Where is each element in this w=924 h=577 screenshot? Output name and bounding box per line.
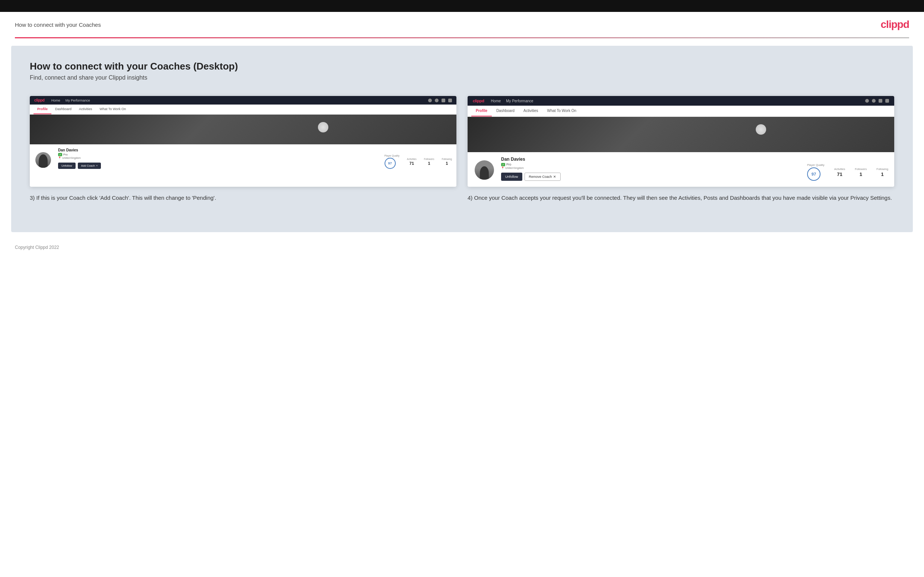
right-search-icon[interactable]: [865, 99, 869, 103]
left-stat-quality: Player Quality 97: [384, 155, 399, 169]
left-mock-profile: Dan Davies ✓ Pro 📍 United Kingdom Unfoll…: [30, 144, 456, 174]
right-mock-logo: clippd: [473, 98, 485, 103]
left-tab-activities[interactable]: Activities: [75, 105, 96, 114]
left-avatar: [34, 151, 52, 169]
header-divider: [15, 37, 909, 38]
right-activities-value: 71: [834, 171, 845, 177]
right-mock-nav-items: Home My Performance: [491, 99, 533, 103]
right-tab-profile[interactable]: Profile: [471, 106, 492, 116]
left-add-coach-button[interactable]: Add Coach +: [78, 163, 101, 169]
right-following-label: Following: [876, 168, 888, 171]
left-mock-tabs: Profile Dashboard Activities What To Wor…: [30, 105, 456, 114]
top-bar: [0, 0, 924, 12]
copyright-text: Copyright Clippd 2022: [15, 245, 59, 250]
right-remove-coach-x-icon: ✕: [553, 175, 556, 179]
right-tab-dashboard[interactable]: Dashboard: [492, 106, 519, 116]
left-stat-activities: Activities 71: [407, 158, 417, 166]
right-user-icon[interactable]: [872, 99, 876, 103]
right-tab-activities[interactable]: Activities: [519, 106, 543, 116]
footer: Copyright Clippd 2022: [0, 240, 924, 255]
right-mock-tabs: Profile Dashboard Activities What To Wor…: [468, 106, 894, 117]
right-mock-profile: Dan Davies ✓ Pro 📍 United Kingdom Unfoll…: [468, 152, 894, 187]
right-unfollow-button[interactable]: Unfollow: [501, 172, 522, 181]
left-search-icon[interactable]: [428, 98, 432, 102]
left-hero-image: [30, 114, 456, 144]
right-quality-value: 97: [807, 168, 821, 181]
left-following-value: 1: [442, 161, 452, 166]
left-pro-badge: ✓: [58, 153, 62, 156]
left-following-label: Following: [442, 158, 452, 160]
left-player-pro: ✓ Pro: [58, 153, 379, 156]
right-mock-browser: clippd Home My Performance Profile: [468, 96, 894, 187]
logo: clippd: [881, 19, 909, 31]
left-location: 📍 United Kingdom: [58, 156, 379, 160]
left-tab-profile[interactable]: Profile: [34, 105, 52, 114]
main-content: How to connect with your Coaches (Deskto…: [11, 46, 913, 232]
left-buttons: Unfollow Add Coach +: [58, 163, 379, 169]
left-stat-followers: Followers 1: [424, 158, 435, 166]
header-title: How to connect with your Coaches: [15, 22, 101, 28]
right-mock-stats: Player Quality 97 Activities 71 Follower…: [807, 163, 888, 181]
left-avatar-inner: [36, 152, 51, 168]
left-add-coach-plus-icon: +: [96, 164, 97, 168]
right-nav-my-performance[interactable]: My Performance: [506, 99, 533, 103]
left-mock-nav-items: Home My Performance: [52, 98, 90, 102]
page-subheading: Find, connect and share your Clippd insi…: [30, 74, 894, 81]
left-avatar-figure: [39, 155, 48, 168]
right-tab-what-to-work-on[interactable]: What To Work On: [543, 106, 581, 116]
left-tab-what-to-work-on[interactable]: What To Work On: [96, 105, 130, 114]
right-hero-bg: [468, 117, 894, 152]
left-quality-label: Player Quality: [384, 155, 399, 157]
right-profile-info: Dan Davies ✓ Pro 📍 United Kingdom Unfoll…: [501, 155, 801, 181]
right-caption: 4) Once your Coach accepts your request …: [468, 193, 894, 202]
right-avatar-inner: [475, 160, 494, 180]
left-mock-nav-right: [428, 98, 452, 102]
left-screenshot-col: clippd Home My Performance Profile: [30, 96, 456, 202]
right-remove-coach-button[interactable]: Remove Coach ✕: [525, 172, 561, 181]
right-activities-label: Activities: [834, 168, 845, 171]
right-hero-image: [468, 117, 894, 152]
left-activities-label: Activities: [407, 158, 417, 160]
left-player-name: Dan Davies: [58, 148, 379, 152]
right-stat-followers: Followers 1: [855, 168, 867, 177]
right-stat-quality: Player Quality 97: [807, 163, 825, 181]
right-stat-activities: Activities 71: [834, 168, 845, 177]
right-player-name: Dan Davies: [501, 156, 801, 162]
left-settings-icon[interactable]: [441, 98, 445, 102]
left-mock-browser: clippd Home My Performance Profile: [30, 96, 456, 187]
left-pro-label: Pro: [63, 153, 68, 156]
left-activities-value: 71: [407, 161, 417, 166]
left-mock-stats: Player Quality 97 Activities 71 Follower…: [384, 155, 452, 169]
left-nav-my-performance[interactable]: My Performance: [66, 98, 90, 102]
right-location: 📍 United Kingdom: [501, 167, 801, 170]
left-user-icon[interactable]: [435, 98, 439, 102]
left-unfollow-button[interactable]: Unfollow: [58, 163, 76, 169]
right-quality-label: Player Quality: [807, 163, 825, 167]
left-stat-following: Following 1: [442, 158, 452, 166]
right-globe-icon[interactable]: [885, 99, 889, 103]
right-avatar: [473, 159, 495, 181]
right-mock-nav: clippd Home My Performance: [468, 96, 894, 106]
right-player-pro: ✓ Pro: [501, 163, 801, 166]
right-avatar-figure: [480, 166, 489, 180]
right-mock-nav-right: [865, 99, 889, 103]
left-tab-dashboard[interactable]: Dashboard: [52, 105, 75, 114]
left-mock-logo: clippd: [34, 98, 45, 102]
left-mock-nav: clippd Home My Performance: [30, 96, 456, 105]
right-stat-following: Following 1: [876, 168, 888, 177]
left-nav-home[interactable]: Home: [52, 98, 60, 102]
header: How to connect with your Coaches clippd: [0, 12, 924, 37]
left-caption: 3) If this is your Coach click 'Add Coac…: [30, 193, 456, 202]
right-screenshot-col: clippd Home My Performance Profile: [468, 96, 894, 202]
left-followers-label: Followers: [424, 158, 435, 160]
right-following-value: 1: [876, 171, 888, 177]
right-settings-icon[interactable]: [879, 99, 882, 103]
right-pro-label: Pro: [506, 163, 511, 166]
screenshots-row: clippd Home My Performance Profile: [30, 96, 894, 202]
right-buttons: Unfollow Remove Coach ✕: [501, 172, 801, 181]
right-pro-badge: ✓: [501, 163, 505, 166]
right-followers-label: Followers: [855, 168, 867, 171]
right-nav-home[interactable]: Home: [491, 99, 501, 103]
page-heading: How to connect with your Coaches (Deskto…: [30, 61, 894, 72]
left-globe-icon[interactable]: [448, 98, 452, 102]
